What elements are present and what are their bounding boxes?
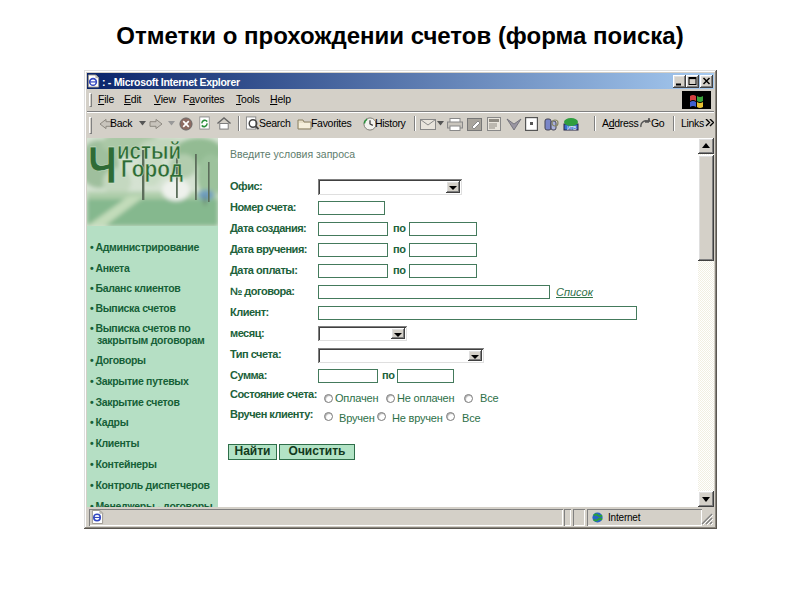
svg-text:Ч: Ч	[88, 138, 117, 194]
svg-text:ИТВ: ИТВ	[567, 125, 577, 131]
svg-text:Город: Город	[121, 155, 183, 182]
